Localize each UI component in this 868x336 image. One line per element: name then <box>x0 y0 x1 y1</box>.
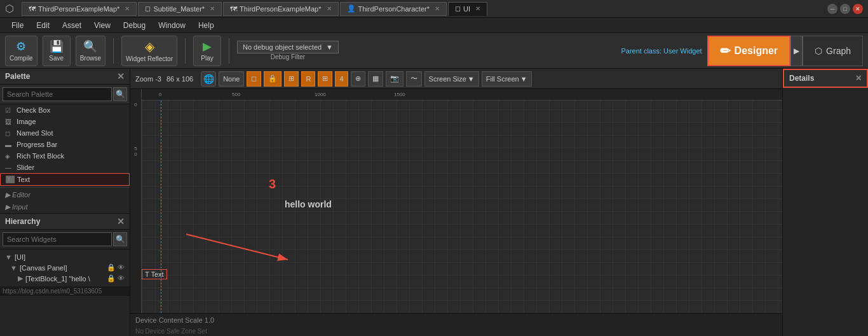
canvas-inner[interactable]: 3 hello world T Text <box>142 101 782 313</box>
hierarchy-item-ui[interactable]: ▼ [UI] <box>0 252 130 262</box>
menu-debug[interactable]: Debug <box>117 20 152 31</box>
annotation-number: 3 <box>269 177 276 192</box>
menu-view[interactable]: View <box>88 20 117 31</box>
slider-icon: — <box>5 164 14 171</box>
compile-button[interactable]: ⚙ Compile <box>5 36 37 66</box>
canvas-size: 86 x 106 <box>166 75 193 83</box>
image-icon: 🖼 <box>5 118 14 125</box>
play-button[interactable]: ▶ Play <box>193 36 221 66</box>
hierarchy-search-button[interactable]: 🔍 <box>113 232 127 246</box>
hierarchy-search-input[interactable] <box>3 232 112 246</box>
tab-icon3: 🗺 <box>230 5 237 13</box>
arrow-icon3: ▶ <box>18 274 23 283</box>
main-area: Palette ✕ 🔍 ☑ Check Box 🖼 Image ◻ Named <box>0 69 868 336</box>
palette-list: ☑ Check Box 🖼 Image ◻ Named Slot ▬ Progr… <box>0 104 130 213</box>
snap-button[interactable]: ▦ <box>368 71 383 87</box>
hierarchy-item-canvas-panel[interactable]: ▼ [Canvas Panel] 🔒 👁 <box>0 262 130 273</box>
details-header: Details ✕ <box>783 69 868 88</box>
menu-help[interactable]: Help <box>192 20 220 31</box>
tab-close5[interactable]: ✕ <box>475 5 480 12</box>
r-button[interactable]: R <box>301 71 315 87</box>
four-button[interactable]: 4 <box>335 71 348 87</box>
ruler-vmark-5: 5 <box>134 146 137 151</box>
palette-item-checkbox[interactable]: ☑ Check Box <box>0 104 130 116</box>
tab-thirdperson-map1[interactable]: 🗺 ThirdPersonExampleMap* ✕ <box>22 2 137 16</box>
minimize-button[interactable]: ─ <box>827 4 837 14</box>
arrow-icon: ▼ <box>5 253 12 261</box>
menu-window[interactable]: Window <box>152 20 192 31</box>
top-right-panel: Parent class: User Widget ✏ Designer ▶ ⬡… <box>621 36 863 66</box>
designer-icon: ✏ <box>720 43 731 59</box>
tab-icon: 🗺 <box>29 5 36 13</box>
left-panel: Palette ✕ 🔍 ☑ Check Box 🖼 Image ◻ Named <box>0 69 130 336</box>
palette-item-image[interactable]: 🖼 Image <box>0 116 130 127</box>
screen-size-dropdown[interactable]: Screen Size ▼ <box>424 71 479 87</box>
maximize-button[interactable]: □ <box>840 4 850 14</box>
menu-file[interactable]: File <box>5 20 30 31</box>
palette-item-named-slot[interactable]: ◻ Named Slot <box>0 127 130 139</box>
tab-ui[interactable]: ◻ UI ✕ <box>448 2 487 16</box>
browse-button[interactable]: 🔍 Browse <box>76 36 105 66</box>
palette-item-slider[interactable]: — Slider <box>0 162 130 173</box>
lock-button[interactable]: 🔒 <box>264 71 281 87</box>
tab-subtitle-master[interactable]: ◻ Subtitle_Master* ✕ <box>138 2 222 16</box>
rich-text-icon: ◈ <box>5 153 14 160</box>
tab-thirdperson-map2[interactable]: 🗺 ThirdPersonExampleMap* ✕ <box>223 2 338 16</box>
tab-close3[interactable]: ✕ <box>327 5 332 12</box>
tab-close[interactable]: ✕ <box>125 5 130 12</box>
palette-search-button[interactable]: 🔍 <box>113 87 127 101</box>
palette-section-editor[interactable]: ▶ Editor <box>0 189 130 201</box>
palette-search-input[interactable] <box>3 87 112 101</box>
fill-screen-dropdown[interactable]: Fill Screen ▼ <box>482 71 532 87</box>
palette-item-text[interactable]: T Text <box>0 173 130 186</box>
globe-button[interactable]: 🌐 <box>201 71 216 87</box>
save-button[interactable]: 💾 Save <box>43 36 71 66</box>
ruler-mark-0: 0 <box>159 92 161 97</box>
none-button[interactable]: None <box>219 71 244 87</box>
separator2 <box>185 38 186 64</box>
wave-button[interactable]: 〜 <box>406 71 422 87</box>
canvas-bottom1: Device Content Scale 1.0 <box>130 313 782 326</box>
close-button[interactable]: ✕ <box>853 4 863 14</box>
orange-button3[interactable]: ⊞ <box>284 71 299 87</box>
palette-item-rich-text[interactable]: ◈ Rich Text Block <box>0 150 130 162</box>
debug-filter-area: No debug object selected ▼ Debug Filter <box>237 41 339 60</box>
ruler-horizontal: 0 500 1000 1500 <box>130 89 782 101</box>
tab-close4[interactable]: ✕ <box>435 5 440 12</box>
tab-close2[interactable]: ✕ <box>210 5 215 12</box>
graph-button[interactable]: ⬡ Graph <box>803 36 863 66</box>
canvas-content[interactable]: 0 500 1000 1500 0 5 0 3 hello world <box>130 89 782 313</box>
screen-size-chevron: ▼ <box>468 75 475 83</box>
hierarchy-item-textblock[interactable]: ▶ [TextBlock_1] "hello \ 🔒 👁 <box>0 273 130 284</box>
zoom-level: Zoom -3 <box>135 75 161 83</box>
orange-button1[interactable]: ◻ <box>247 71 261 87</box>
designer-button[interactable]: ✏ Designer <box>707 36 790 66</box>
ruler-mark-1500: 1500 <box>394 92 405 97</box>
details-close[interactable]: ✕ <box>855 74 862 83</box>
canvas-left-edge <box>161 101 161 313</box>
arrow-icon2: ▼ <box>10 264 17 272</box>
palette-section-input[interactable]: ▶ Input <box>0 201 130 213</box>
menu-asset[interactable]: Asset <box>56 20 88 31</box>
tab-icon2: ◻ <box>145 4 151 13</box>
text-icon: T <box>6 176 15 183</box>
fill-screen-chevron: ▼ <box>520 75 527 83</box>
tab-icon4: 👤 <box>347 4 356 13</box>
camera-button[interactable]: 📷 <box>386 71 403 87</box>
widget-reflector-button[interactable]: ◈ Widget Reflector <box>121 36 177 66</box>
progress-bar-icon: ▬ <box>5 141 14 148</box>
tab-thirdperson-character[interactable]: 👤 ThirdPersonCharacter* ✕ <box>340 2 447 16</box>
hierarchy-search-box: 🔍 <box>0 230 130 249</box>
debug-filter-dropdown[interactable]: No debug object selected ▼ <box>237 41 339 53</box>
hierarchy-close[interactable]: ✕ <box>117 216 125 227</box>
grid-button[interactable]: ⊞ <box>318 71 332 87</box>
play-icon: ▶ <box>203 39 212 53</box>
move-button[interactable]: ⊕ <box>351 71 365 87</box>
hierarchy-header: Hierarchy ✕ <box>0 214 130 230</box>
palette-close[interactable]: ✕ <box>117 71 125 81</box>
palette-item-progress-bar[interactable]: ▬ Progress Bar <box>0 139 130 150</box>
hierarchy-panel: Hierarchy ✕ 🔍 ▼ [UI] ▼ [Canvas Panel] 🔒 … <box>0 213 130 296</box>
palette-header: Palette ✕ <box>0 69 130 85</box>
designer-chevron[interactable]: ▶ <box>790 36 803 66</box>
menu-edit[interactable]: Edit <box>30 20 56 31</box>
